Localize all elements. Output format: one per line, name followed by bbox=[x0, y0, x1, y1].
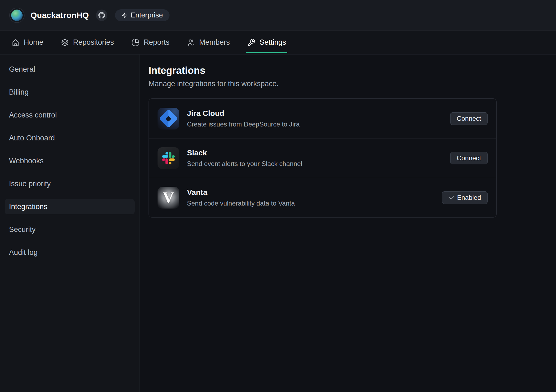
vanta-v-mark: V bbox=[163, 190, 174, 206]
main-content: Integrations Manage integrations for thi… bbox=[140, 55, 556, 392]
people-icon bbox=[187, 38, 195, 47]
tab-repositories[interactable]: Repositories bbox=[60, 31, 115, 54]
sidebar-item-access-control[interactable]: Access control bbox=[5, 107, 135, 123]
sidebar-item-general[interactable]: General bbox=[5, 62, 135, 77]
integration-name: Slack bbox=[187, 149, 302, 157]
integration-text: Jira Cloud Create issues from DeepSource… bbox=[187, 109, 300, 128]
integration-row-vanta: V Vanta Send code vulnerability data to … bbox=[149, 178, 496, 217]
slack-connect-button[interactable]: Connect bbox=[450, 152, 488, 164]
pie-chart-icon bbox=[131, 38, 140, 47]
github-icon bbox=[98, 12, 105, 19]
sidebar-item-integrations[interactable]: Integrations bbox=[5, 199, 135, 214]
tab-members[interactable]: Members bbox=[186, 31, 231, 54]
jira-diamond-hole bbox=[165, 116, 171, 121]
integration-description: Send event alerts to your Slack channel bbox=[187, 160, 302, 168]
workspace-avatar[interactable] bbox=[9, 8, 25, 23]
page-title: Integrations bbox=[149, 65, 556, 76]
tab-label: Reports bbox=[144, 38, 170, 47]
sidebar-item-issue-priority[interactable]: Issue priority bbox=[5, 176, 135, 191]
integration-description: Create issues from DeepSource to Jira bbox=[187, 120, 300, 128]
tab-label: Settings bbox=[259, 38, 286, 47]
sidebar-item-security[interactable]: Security bbox=[5, 222, 135, 237]
app-header: QuackatronHQ Enterprise bbox=[0, 0, 556, 31]
tab-settings[interactable]: Settings bbox=[246, 31, 287, 54]
primary-nav: Home Repositories Reports Mem bbox=[0, 31, 556, 55]
settings-sidebar: General Billing Access control Auto Onbo… bbox=[0, 55, 140, 392]
button-label: Connect bbox=[457, 115, 481, 122]
integration-text: Slack Send event alerts to your Slack ch… bbox=[187, 149, 302, 168]
button-label: Connect bbox=[457, 154, 481, 162]
enterprise-badge: Enterprise bbox=[115, 9, 170, 21]
jira-icon bbox=[158, 108, 179, 129]
integration-row-slack: Slack Send event alerts to your Slack ch… bbox=[149, 138, 496, 178]
globe-avatar-image bbox=[11, 10, 23, 21]
jira-diamond-mark bbox=[159, 109, 178, 128]
button-label: Enabled bbox=[457, 194, 481, 201]
jira-connect-button[interactable]: Connect bbox=[450, 112, 488, 125]
sidebar-item-billing[interactable]: Billing bbox=[5, 85, 135, 100]
tab-label: Members bbox=[199, 38, 230, 47]
page-subtitle: Manage integrations for this workspace. bbox=[149, 80, 556, 88]
app-root: QuackatronHQ Enterprise Home bbox=[0, 0, 556, 392]
tab-label: Repositories bbox=[73, 38, 114, 47]
slack-icon bbox=[158, 147, 179, 169]
wrench-icon bbox=[247, 38, 255, 47]
sidebar-item-auto-onboard[interactable]: Auto Onboard bbox=[5, 130, 135, 146]
tab-reports[interactable]: Reports bbox=[130, 31, 171, 54]
workspace-title: QuackatronHQ bbox=[31, 11, 89, 20]
enterprise-badge-label: Enterprise bbox=[131, 11, 163, 19]
integration-name: Vanta bbox=[187, 188, 295, 197]
sidebar-item-audit-log[interactable]: Audit log bbox=[5, 245, 135, 260]
layers-icon bbox=[61, 38, 69, 47]
tab-home[interactable]: Home bbox=[10, 31, 44, 54]
slack-logo-icon bbox=[162, 152, 175, 164]
tab-label: Home bbox=[24, 38, 43, 47]
integrations-card: Jira Cloud Create issues from DeepSource… bbox=[149, 98, 497, 218]
lightning-icon bbox=[122, 12, 128, 18]
home-icon bbox=[11, 38, 20, 47]
integration-text: Vanta Send code vulnerability data to Va… bbox=[187, 188, 295, 207]
vanta-enabled-button[interactable]: Enabled bbox=[442, 191, 488, 204]
vanta-icon: V bbox=[158, 187, 179, 209]
integration-row-jira: Jira Cloud Create issues from DeepSource… bbox=[149, 99, 496, 138]
sidebar-item-webhooks[interactable]: Webhooks bbox=[5, 153, 135, 168]
settings-shell: General Billing Access control Auto Onbo… bbox=[0, 55, 556, 392]
github-link[interactable] bbox=[96, 10, 107, 21]
integration-name: Jira Cloud bbox=[187, 109, 300, 118]
integration-description: Send code vulnerability data to Vanta bbox=[187, 200, 295, 207]
check-icon bbox=[449, 195, 455, 201]
